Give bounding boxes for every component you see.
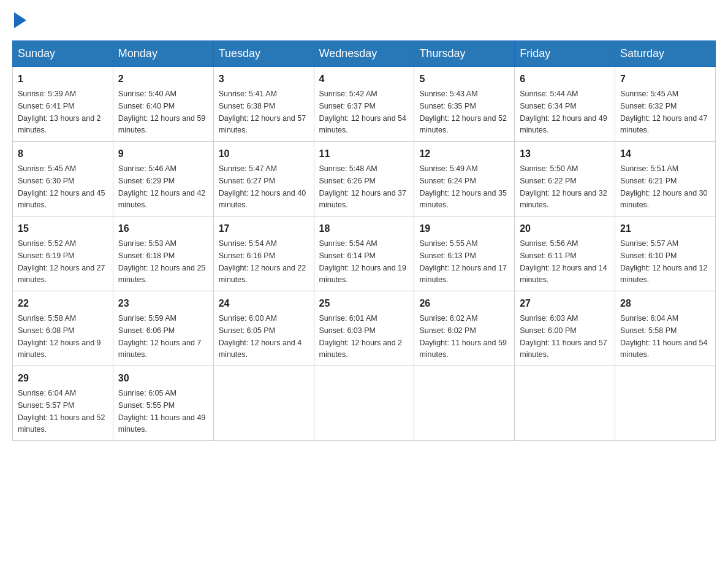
calendar-day-cell: 5 Sunrise: 5:43 AMSunset: 6:35 PMDayligh… [414,67,515,142]
logo-arrow-icon [14,12,26,28]
day-number: 4 [319,72,409,86]
calendar-day-cell [515,366,615,441]
calendar-day-cell [615,366,716,441]
day-info: Sunrise: 5:53 AMSunset: 6:18 PMDaylight:… [118,239,205,284]
weekday-header-wednesday: Wednesday [314,41,414,67]
day-number: 20 [520,221,610,236]
calendar-day-cell: 24 Sunrise: 6:00 AMSunset: 6:05 PMDaylig… [213,291,314,366]
day-info: Sunrise: 5:49 AMSunset: 6:24 PMDaylight:… [419,164,506,209]
calendar-day-cell: 18 Sunrise: 5:54 AMSunset: 6:14 PMDaylig… [314,216,414,291]
day-number: 30 [118,371,208,386]
calendar-day-cell: 30 Sunrise: 6:05 AMSunset: 5:55 PMDaylig… [113,366,213,441]
calendar-day-cell: 3 Sunrise: 5:41 AMSunset: 6:38 PMDayligh… [213,67,314,142]
calendar-day-cell: 17 Sunrise: 5:54 AMSunset: 6:16 PMDaylig… [213,216,314,291]
calendar-week-row: 1 Sunrise: 5:39 AMSunset: 6:41 PMDayligh… [13,67,716,142]
day-info: Sunrise: 5:59 AMSunset: 6:06 PMDaylight:… [118,314,202,359]
calendar-day-cell: 14 Sunrise: 5:51 AMSunset: 6:21 PMDaylig… [615,142,716,216]
weekday-header-monday: Monday [113,41,213,67]
day-number: 29 [18,371,108,386]
day-number: 8 [18,147,108,161]
day-number: 2 [118,72,208,86]
day-info: Sunrise: 5:42 AMSunset: 6:37 PMDaylight:… [319,90,406,134]
calendar-table: SundayMondayTuesdayWednesdayThursdayFrid… [12,40,716,441]
day-number: 1 [18,72,108,86]
calendar-day-cell: 9 Sunrise: 5:46 AMSunset: 6:29 PMDayligh… [113,142,213,216]
day-info: Sunrise: 5:58 AMSunset: 6:08 PMDaylight:… [18,314,101,359]
logo [12,12,26,28]
day-info: Sunrise: 5:39 AMSunset: 6:41 PMDaylight:… [18,90,101,134]
calendar-day-cell: 22 Sunrise: 5:58 AMSunset: 6:08 PMDaylig… [13,291,113,366]
calendar-day-cell: 12 Sunrise: 5:49 AMSunset: 6:24 PMDaylig… [414,142,515,216]
day-number: 25 [319,296,409,311]
day-number: 10 [219,147,309,161]
day-number: 26 [419,296,509,311]
calendar-week-row: 8 Sunrise: 5:45 AMSunset: 6:30 PMDayligh… [13,142,716,216]
day-info: Sunrise: 6:02 AMSunset: 6:02 PMDaylight:… [419,314,506,359]
day-info: Sunrise: 5:54 AMSunset: 6:16 PMDaylight:… [219,239,306,284]
calendar-day-cell: 28 Sunrise: 6:04 AMSunset: 5:58 PMDaylig… [615,291,716,366]
day-number: 3 [219,72,309,86]
day-number: 12 [419,147,509,161]
day-number: 23 [118,296,208,311]
weekday-header-sunday: Sunday [13,41,113,67]
day-info: Sunrise: 5:41 AMSunset: 6:38 PMDaylight:… [219,90,306,134]
calendar-day-cell: 7 Sunrise: 5:45 AMSunset: 6:32 PMDayligh… [615,67,716,142]
day-info: Sunrise: 6:04 AMSunset: 5:58 PMDaylight:… [620,314,707,359]
calendar-day-cell: 29 Sunrise: 6:04 AMSunset: 5:57 PMDaylig… [13,366,113,441]
weekday-header-saturday: Saturday [615,41,716,67]
day-info: Sunrise: 5:56 AMSunset: 6:11 PMDaylight:… [520,239,607,284]
day-info: Sunrise: 5:52 AMSunset: 6:19 PMDaylight:… [18,239,105,284]
day-info: Sunrise: 6:00 AMSunset: 6:05 PMDaylight:… [219,314,302,359]
day-number: 5 [419,72,509,86]
day-info: Sunrise: 5:44 AMSunset: 6:34 PMDaylight:… [520,90,607,134]
day-info: Sunrise: 6:05 AMSunset: 5:55 PMDaylight:… [118,389,205,434]
calendar-day-cell: 21 Sunrise: 5:57 AMSunset: 6:10 PMDaylig… [615,216,716,291]
day-number: 14 [620,147,710,161]
day-info: Sunrise: 5:57 AMSunset: 6:10 PMDaylight:… [620,239,707,284]
day-number: 27 [520,296,610,311]
day-info: Sunrise: 5:40 AMSunset: 6:40 PMDaylight:… [118,90,205,134]
day-info: Sunrise: 5:45 AMSunset: 6:30 PMDaylight:… [18,164,105,209]
calendar-day-cell: 13 Sunrise: 5:50 AMSunset: 6:22 PMDaylig… [515,142,615,216]
day-number: 13 [520,147,610,161]
calendar-day-cell: 11 Sunrise: 5:48 AMSunset: 6:26 PMDaylig… [314,142,414,216]
calendar-day-cell: 6 Sunrise: 5:44 AMSunset: 6:34 PMDayligh… [515,67,615,142]
weekday-header-row: SundayMondayTuesdayWednesdayThursdayFrid… [13,41,716,67]
calendar-day-cell [213,366,314,441]
calendar-week-row: 15 Sunrise: 5:52 AMSunset: 6:19 PMDaylig… [13,216,716,291]
weekday-header-friday: Friday [515,41,615,67]
calendar-day-cell: 4 Sunrise: 5:42 AMSunset: 6:37 PMDayligh… [314,67,414,142]
day-number: 18 [319,221,409,236]
day-info: Sunrise: 5:43 AMSunset: 6:35 PMDaylight:… [419,90,506,134]
calendar-day-cell [414,366,515,441]
calendar-day-cell: 20 Sunrise: 5:56 AMSunset: 6:11 PMDaylig… [515,216,615,291]
calendar-day-cell: 26 Sunrise: 6:02 AMSunset: 6:02 PMDaylig… [414,291,515,366]
calendar-day-cell: 15 Sunrise: 5:52 AMSunset: 6:19 PMDaylig… [13,216,113,291]
day-info: Sunrise: 5:45 AMSunset: 6:32 PMDaylight:… [620,90,707,134]
calendar-day-cell: 10 Sunrise: 5:47 AMSunset: 6:27 PMDaylig… [213,142,314,216]
page-header [12,12,716,28]
day-info: Sunrise: 5:47 AMSunset: 6:27 PMDaylight:… [219,164,306,209]
calendar-day-cell: 2 Sunrise: 5:40 AMSunset: 6:40 PMDayligh… [113,67,213,142]
calendar-day-cell [314,366,414,441]
day-info: Sunrise: 5:46 AMSunset: 6:29 PMDaylight:… [118,164,205,209]
calendar-week-row: 29 Sunrise: 6:04 AMSunset: 5:57 PMDaylig… [13,366,716,441]
calendar-day-cell: 19 Sunrise: 5:55 AMSunset: 6:13 PMDaylig… [414,216,515,291]
day-number: 21 [620,221,710,236]
calendar-day-cell: 23 Sunrise: 5:59 AMSunset: 6:06 PMDaylig… [113,291,213,366]
day-number: 9 [118,147,208,161]
day-info: Sunrise: 5:55 AMSunset: 6:13 PMDaylight:… [419,239,506,284]
day-info: Sunrise: 5:50 AMSunset: 6:22 PMDaylight:… [520,164,607,209]
weekday-header-thursday: Thursday [414,41,515,67]
day-number: 24 [219,296,309,311]
calendar-day-cell: 25 Sunrise: 6:01 AMSunset: 6:03 PMDaylig… [314,291,414,366]
day-number: 11 [319,147,409,161]
day-info: Sunrise: 6:03 AMSunset: 6:00 PMDaylight:… [520,314,607,359]
day-info: Sunrise: 6:01 AMSunset: 6:03 PMDaylight:… [319,314,403,359]
day-info: Sunrise: 5:54 AMSunset: 6:14 PMDaylight:… [319,239,406,284]
day-info: Sunrise: 5:48 AMSunset: 6:26 PMDaylight:… [319,164,406,209]
calendar-day-cell: 27 Sunrise: 6:03 AMSunset: 6:00 PMDaylig… [515,291,615,366]
day-info: Sunrise: 6:04 AMSunset: 5:57 PMDaylight:… [18,389,105,434]
day-number: 28 [620,296,710,311]
calendar-day-cell: 8 Sunrise: 5:45 AMSunset: 6:30 PMDayligh… [13,142,113,216]
